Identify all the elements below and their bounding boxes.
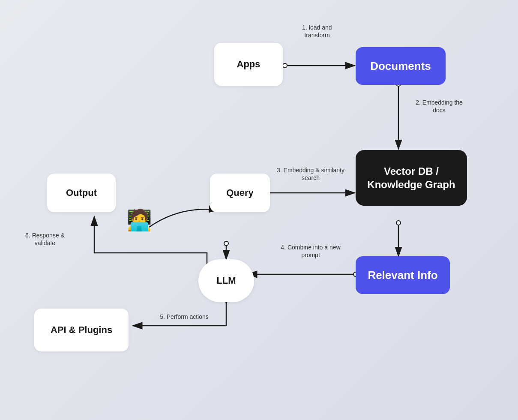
apiplugins-node: API & Plugins: [34, 309, 129, 351]
documents-node: Documents: [356, 47, 446, 85]
svg-point-16: [224, 241, 228, 246]
vectordb-node: Vector DB / Knowledge Graph: [356, 150, 467, 206]
query-node: Query: [210, 174, 270, 212]
person-icon: 🧑‍💻: [126, 210, 152, 231]
step5-label: 5. Perform actions: [150, 313, 219, 321]
apps-label: Apps: [237, 59, 260, 70]
apiplugins-label: API & Plugins: [51, 324, 112, 336]
query-label: Query: [226, 187, 254, 198]
output-label: Output: [66, 187, 97, 198]
svg-point-2: [283, 63, 287, 68]
output-node: Output: [47, 174, 116, 212]
llm-node: LLM: [198, 259, 254, 302]
apps-node: Apps: [214, 43, 283, 86]
step6-label: 6. Response & validate: [17, 231, 73, 247]
svg-point-10: [396, 221, 401, 225]
step1-label: 1. load and transform: [289, 24, 345, 39]
step2-label: 2. Embedding the docs: [411, 99, 467, 114]
step4-label: 4. Combine into a new prompt: [272, 243, 349, 259]
relevantinfo-label: Relevant Info: [368, 269, 437, 282]
vectordb-label: Vector DB / Knowledge Graph: [356, 165, 467, 191]
relevantinfo-node: Relevant Info: [356, 256, 450, 294]
diagram-container: Apps Documents 1. load and transform 2. …: [0, 0, 518, 420]
llm-label: LLM: [216, 275, 236, 286]
step3-label: 3. Embedding & similarity search: [274, 166, 347, 182]
documents-label: Documents: [370, 60, 431, 73]
